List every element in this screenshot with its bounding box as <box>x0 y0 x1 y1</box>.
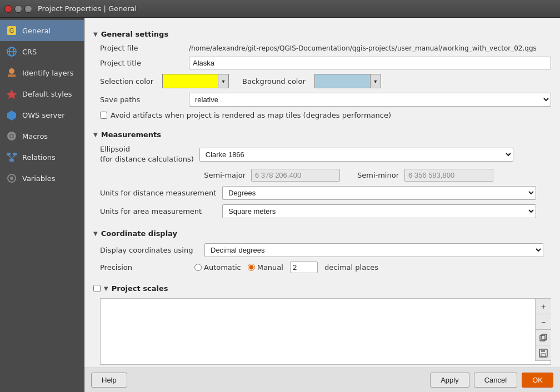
project-scales-checkbox[interactable] <box>93 285 101 292</box>
apply-button[interactable]: Apply <box>430 373 469 388</box>
project-file-row: Project file /home/alexandre/git-repos/Q… <box>93 44 551 52</box>
precision-row: Precision Automatic Manual decimal place… <box>93 262 551 273</box>
display-coords-select[interactable]: Decimal degrees Degrees, minutes Degrees… <box>204 243 543 257</box>
sidebar-item-variables[interactable]: Variables <box>0 168 84 189</box>
sidebar-item-default-styles[interactable]: Default styles <box>0 83 84 104</box>
svg-rect-6 <box>8 74 16 77</box>
avoid-artifacts-label[interactable]: Avoid artifacts when project is rendered… <box>111 111 391 119</box>
ellipsoid-label-line1: Ellipsoid <box>100 145 130 153</box>
semi-major-label: Semi-major <box>201 171 246 179</box>
close-button[interactable] <box>4 5 12 13</box>
units-area-label: Units for area measurement <box>100 207 222 215</box>
semi-minor-label: Semi-minor <box>354 171 399 179</box>
display-coords-label: Display coordinates using <box>100 246 204 254</box>
maximize-button[interactable] <box>24 5 32 13</box>
scale-remove-button[interactable]: − <box>536 314 551 330</box>
precision-manual-radio[interactable] <box>248 264 255 271</box>
project-title-row: Project title <box>93 57 551 69</box>
scale-add-button[interactable]: + <box>536 299 551 314</box>
selection-color-button[interactable] <box>162 74 218 88</box>
sidebar-item-macros[interactable]: Macros <box>0 125 84 147</box>
scale-copy-button[interactable] <box>536 330 551 345</box>
svg-rect-14 <box>9 159 14 162</box>
scale-save-button[interactable] <box>536 345 551 361</box>
help-button[interactable]: Help <box>91 373 127 388</box>
save-paths-select[interactable]: relative absolute <box>189 93 551 107</box>
macros-icon <box>6 130 18 142</box>
svg-rect-13 <box>13 153 17 155</box>
selection-color-dropdown[interactable]: ▾ <box>218 74 229 88</box>
project-file-value: /home/alexandre/git-repos/QGIS-Documenta… <box>189 44 537 52</box>
units-distance-select[interactable]: Degrees Meters Feet Kilometers <box>222 186 536 200</box>
identify-layers-icon <box>6 67 18 79</box>
sidebar-item-identify-layers[interactable]: Identify layers <box>0 62 84 83</box>
measurements-section: ▼ Measurements <box>93 130 551 139</box>
semi-minor-input <box>404 169 493 182</box>
ellipsoid-label-line2: (for distance calculations) <box>100 155 194 163</box>
ok-button[interactable]: OK <box>522 373 553 388</box>
selection-color-label: Selection color <box>100 77 153 86</box>
arrow-general[interactable]: ▼ <box>93 31 98 37</box>
sidebar-item-ows-server[interactable]: OWS server <box>0 104 84 125</box>
cancel-button[interactable]: Cancel <box>474 373 517 388</box>
main-layout: G General CRS Identify layers Default st… <box>0 18 560 392</box>
window-title: Project Properties | General <box>38 4 137 13</box>
sidebar-item-relations[interactable]: Relations <box>0 147 84 168</box>
precision-auto-radio[interactable] <box>194 264 202 271</box>
sidebar-item-crs[interactable]: CRS <box>0 41 84 62</box>
ellipsoid-select[interactable]: Clarke 1866 WGS 84 GRS 1980 None <box>199 148 513 162</box>
project-scales-section: ▼ Project scales <box>93 284 551 293</box>
semi-major-input <box>251 169 340 182</box>
sidebar-item-general[interactable]: G General <box>0 20 84 41</box>
precision-radio-group: Automatic Manual decimal places <box>194 262 378 273</box>
save-paths-row: Save paths relative absolute <box>93 93 551 107</box>
sidebar: G General CRS Identify layers Default st… <box>0 18 84 392</box>
svg-rect-22 <box>541 349 545 352</box>
decimal-places-label: decimal places <box>324 263 378 272</box>
sidebar-label-variables: Variables <box>22 174 55 183</box>
sidebar-label-macros: Macros <box>22 132 48 140</box>
precision-manual-item: Manual <box>248 263 283 272</box>
project-file-label: Project file <box>100 44 189 52</box>
project-scales-box: + − <box>100 298 551 365</box>
arrow-measurements[interactable]: ▼ <box>93 132 98 138</box>
ellipsoid-row: Ellipsoid (for distance calculations) Cl… <box>93 144 551 164</box>
background-color-dropdown[interactable]: ▾ <box>370 74 381 88</box>
svg-point-5 <box>9 68 14 74</box>
avoid-artifacts-checkbox[interactable] <box>100 112 107 119</box>
ellipsoid-label: Ellipsoid (for distance calculations) <box>100 144 194 164</box>
units-area-select[interactable]: Square meters Square feet Square kilomet… <box>222 204 536 218</box>
units-area-row: Units for area measurement Square meters… <box>93 204 551 218</box>
project-title-label: Project title <box>100 59 189 67</box>
arrow-coordinate[interactable]: ▼ <box>93 230 98 237</box>
avoid-artifacts-row: Avoid artifacts when project is rendered… <box>93 111 551 119</box>
minimize-button[interactable] <box>14 5 22 13</box>
sidebar-label-identify-layers: Identify layers <box>22 69 74 77</box>
coordinate-display-section: ▼ Coordinate display <box>93 229 551 238</box>
display-coords-row: Display coordinates using Decimal degree… <box>93 243 551 257</box>
measurements-title: Measurements <box>101 130 161 139</box>
background-color-button[interactable] <box>314 74 370 88</box>
svg-rect-12 <box>7 153 11 155</box>
relations-icon <box>6 151 18 163</box>
arrow-scales[interactable]: ▼ <box>104 285 108 292</box>
svg-text:G: G <box>9 27 14 34</box>
semi-axes-row: Semi-major Semi-minor <box>93 169 551 182</box>
precision-manual-label[interactable]: Manual <box>257 263 283 272</box>
precision-auto-label[interactable]: Automatic <box>204 263 241 272</box>
project-scales-title: Project scales <box>112 284 168 293</box>
precision-spinner[interactable] <box>290 262 318 273</box>
selection-color-btn-group: ▾ <box>162 74 229 88</box>
background-color-label: Background color <box>242 77 306 86</box>
precision-label: Precision <box>100 263 189 272</box>
svg-point-18 <box>10 177 13 180</box>
window-controls[interactable] <box>4 5 32 13</box>
svg-line-16 <box>12 155 15 159</box>
general-icon: G <box>6 24 18 37</box>
svg-point-11 <box>11 135 13 137</box>
sidebar-label-default-styles: Default styles <box>22 90 72 98</box>
project-title-input[interactable] <box>189 57 551 69</box>
sidebar-label-general: General <box>22 27 51 35</box>
titlebar: Project Properties | General <box>0 0 560 18</box>
crs-icon <box>6 46 18 58</box>
